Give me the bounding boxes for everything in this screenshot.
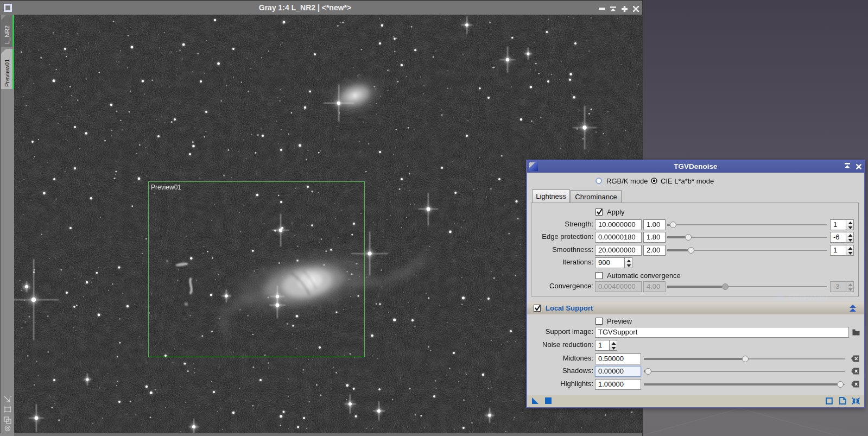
svg-text:Preview01: Preview01 [151,184,181,191]
